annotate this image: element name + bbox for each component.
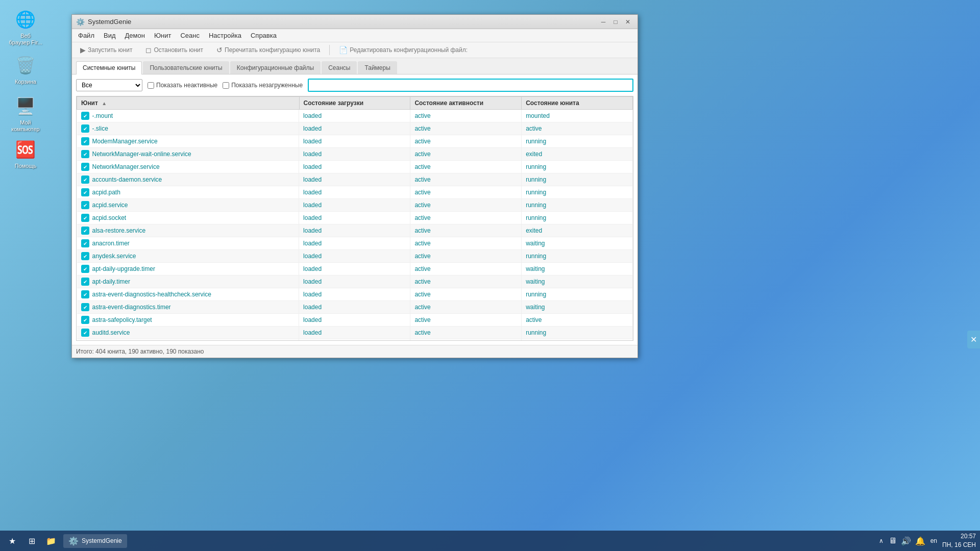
unit-name-link[interactable]: apt-daily-upgrade.timer bbox=[92, 265, 155, 272]
floating-x-button[interactable]: ✕ bbox=[967, 331, 980, 348]
tab-system-units[interactable]: Системные юниты bbox=[76, 61, 142, 74]
table-row[interactable]: ✔ avahi-daemon.service loadedactiverunni… bbox=[77, 339, 633, 341]
unit-name-link[interactable]: astra-safepolicy.target bbox=[92, 316, 152, 323]
desktop-icon-browser[interactable]: 🌐 Веббраузер Fir... bbox=[5, 5, 46, 48]
unit-name-link[interactable]: accounts-daemon.service bbox=[92, 176, 162, 183]
unit-sub-state: running bbox=[522, 327, 633, 339]
table-row[interactable]: ✔ -.slice loadedactiveactive bbox=[77, 122, 633, 135]
table-row[interactable]: ✔ acpid.socket loadedactiverunning bbox=[77, 212, 633, 224]
type-filter-select[interactable]: Все service socket target path timer mou… bbox=[76, 79, 142, 91]
show-inactive-checkbox-label[interactable]: Показать неактивные bbox=[148, 82, 217, 89]
unit-name-cell: ✔ anydesk.service bbox=[77, 250, 300, 262]
show-inactive-checkbox[interactable] bbox=[148, 82, 154, 89]
unit-name-link[interactable]: auditd.service bbox=[92, 329, 130, 336]
notification-icon[interactable]: 🔔 bbox=[915, 536, 925, 546]
unit-name-link[interactable]: -.mount bbox=[92, 112, 113, 119]
maximize-button[interactable]: □ bbox=[610, 17, 621, 27]
unit-name-link[interactable]: alsa-restore.service bbox=[92, 227, 146, 234]
table-row[interactable]: ✔ apt-daily-upgrade.timer loadedactivewa… bbox=[77, 263, 633, 276]
tab-sessions[interactable]: Сеансы bbox=[322, 61, 357, 74]
unit-name-link[interactable]: ModemManager.service bbox=[92, 138, 158, 145]
unit-name-link[interactable]: -.slice bbox=[92, 125, 108, 132]
start-label: Запустить юнит bbox=[88, 46, 132, 54]
language-indicator[interactable]: en bbox=[930, 537, 937, 544]
tab-user-units[interactable]: Пользовательские юниты bbox=[143, 61, 229, 74]
start-unit-button[interactable]: ▶ Запустить юнит bbox=[76, 44, 136, 56]
col-unit[interactable]: Юнит ▲ bbox=[77, 97, 300, 110]
unit-name-link[interactable]: acpid.service bbox=[92, 202, 128, 209]
menu-session[interactable]: Сеанс bbox=[176, 30, 204, 41]
col-load-label: Состояние загрузки bbox=[304, 99, 364, 107]
unit-sub-state: running bbox=[522, 288, 633, 301]
browser-icon: 🌐 bbox=[13, 7, 38, 32]
edit-config-button[interactable]: 📄 Редактировать конфигурационный файл: bbox=[335, 44, 472, 56]
table-row[interactable]: ✔ astra-event-diagnostics-healthcheck.se… bbox=[77, 288, 633, 301]
unit-name-cell: ✔ alsa-restore.service bbox=[77, 224, 300, 237]
menu-settings[interactable]: Настройка bbox=[205, 30, 246, 41]
unit-status-icon: ✔ bbox=[81, 188, 89, 196]
unit-name-link[interactable]: acpid.socket bbox=[92, 214, 127, 221]
unit-active-state: active bbox=[410, 301, 522, 314]
table-row[interactable]: ✔ ModemManager.service loadedactiverunni… bbox=[77, 135, 633, 148]
tab-timers[interactable]: Таймеры bbox=[358, 61, 397, 74]
unit-active-state: active bbox=[410, 250, 522, 263]
tab-config-files[interactable]: Конфигурационные файлы bbox=[230, 61, 321, 74]
desktop-icon-help[interactable]: 🆘 Помощь bbox=[5, 135, 46, 171]
taskbar-files-button[interactable]: ⊞ bbox=[23, 533, 40, 549]
table-row[interactable]: ✔ auditd.service loadedactiverunning bbox=[77, 327, 633, 339]
table-row[interactable]: ✔ accounts-daemon.service loadedactiveru… bbox=[77, 173, 633, 186]
taskbar-app-systemd[interactable]: ⚙️ SystemdGenie bbox=[63, 534, 127, 548]
unit-load-state: loaded bbox=[299, 199, 410, 212]
table-row[interactable]: ✔ anydesk.service loadedactiverunning bbox=[77, 250, 633, 263]
close-button[interactable]: ✕ bbox=[622, 17, 633, 27]
stop-label: Остановить юнит bbox=[154, 46, 203, 54]
clock-date: ПН, 16 СЕН bbox=[942, 541, 976, 549]
volume-icon[interactable]: 🔊 bbox=[901, 536, 911, 546]
unit-name-link[interactable]: anydesk.service bbox=[92, 253, 136, 260]
col-load[interactable]: Состояние загрузки bbox=[299, 97, 410, 110]
table-row[interactable]: ✔ astra-safepolicy.target loadedactiveac… bbox=[77, 314, 633, 327]
menu-daemon[interactable]: Демон bbox=[121, 30, 149, 41]
clock-display[interactable]: 20:57 ПН, 16 СЕН bbox=[942, 532, 976, 549]
unit-active-state: active bbox=[410, 327, 522, 339]
minimize-button[interactable]: ─ bbox=[598, 17, 609, 27]
unit-name-link[interactable]: astra-event-diagnostics-healthcheck.serv… bbox=[92, 291, 211, 298]
table-row[interactable]: ✔ alsa-restore.service loadedactiveexite… bbox=[77, 224, 633, 237]
status-text: Итого: 404 юнита, 190 активно, 190 показ… bbox=[76, 348, 204, 355]
reload-unit-button[interactable]: ↺ Перечитать конфигурацию юнита bbox=[212, 44, 324, 56]
table-row[interactable]: ✔ anacron.timer loadedactivewaiting bbox=[77, 237, 633, 250]
stop-unit-button[interactable]: ◻ Остановить юнит bbox=[141, 44, 207, 56]
units-table-container[interactable]: Юнит ▲ Состояние загрузки Состояние акти… bbox=[76, 96, 633, 341]
menu-unit[interactable]: Юнит bbox=[150, 30, 176, 41]
menu-help[interactable]: Справка bbox=[247, 30, 281, 41]
table-row[interactable]: ✔ astra-event-diagnostics.timer loadedac… bbox=[77, 301, 633, 314]
desktop-icon-computer[interactable]: 🖥️ Мойкомпьютер bbox=[5, 92, 46, 135]
table-row[interactable]: ✔ acpid.service loadedactiverunning bbox=[77, 199, 633, 212]
unit-sub-state: active bbox=[522, 122, 633, 135]
system-tray-chevron[interactable]: ∧ bbox=[879, 537, 884, 544]
table-row[interactable]: ✔ acpid.path loadedactiverunning bbox=[77, 186, 633, 199]
taskbar-folder-button[interactable]: 📁 bbox=[43, 533, 59, 549]
table-row[interactable]: ✔ NetworkManager.service loadedactiverun… bbox=[77, 161, 633, 173]
unit-name-link[interactable]: astra-event-diagnostics.timer bbox=[92, 304, 171, 311]
table-row[interactable]: ✔ -.mount loadedactivemounted bbox=[77, 110, 633, 122]
show-unloaded-checkbox[interactable] bbox=[223, 82, 229, 89]
col-sub[interactable]: Состояние юнита bbox=[522, 97, 633, 110]
table-row[interactable]: ✔ NetworkManager-wait-online.service loa… bbox=[77, 148, 633, 161]
taskbar-star-button[interactable]: ★ bbox=[4, 533, 20, 549]
search-input[interactable] bbox=[308, 79, 633, 92]
unit-sub-state: running bbox=[522, 250, 633, 263]
unit-name-link[interactable]: NetworkManager-wait-online.service bbox=[92, 151, 191, 158]
unit-sub-state: running bbox=[522, 173, 633, 186]
desktop-icon-trash[interactable]: 🗑️ Корзина bbox=[5, 51, 46, 87]
unit-name-link[interactable]: NetworkManager.service bbox=[92, 163, 160, 170]
menu-file[interactable]: Файл bbox=[74, 30, 99, 41]
unit-name-link[interactable]: anacron.timer bbox=[92, 240, 130, 247]
show-unloaded-checkbox-label[interactable]: Показать незагруженные bbox=[223, 82, 303, 89]
unit-name-link[interactable]: apt-daily.timer bbox=[92, 278, 130, 285]
col-active[interactable]: Состояние активности bbox=[410, 97, 522, 110]
menu-view[interactable]: Вид bbox=[100, 30, 120, 41]
display-icon[interactable]: 🖥 bbox=[889, 536, 897, 545]
unit-name-link[interactable]: acpid.path bbox=[92, 189, 120, 196]
table-row[interactable]: ✔ apt-daily.timer loadedactivewaiting bbox=[77, 276, 633, 288]
